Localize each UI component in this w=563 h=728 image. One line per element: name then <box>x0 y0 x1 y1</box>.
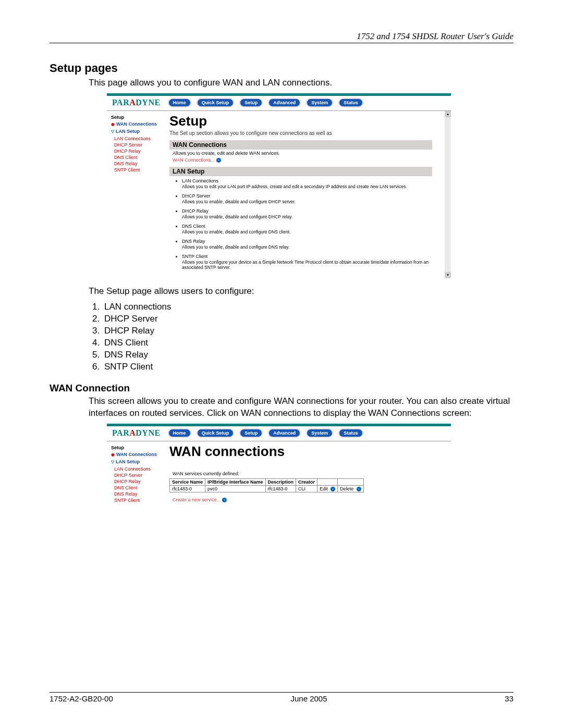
col-service-name: Service Name <box>170 478 205 485</box>
arrow-icon: › <box>357 487 361 491</box>
footer-doc-number: 1752-A2-GB20-00 <box>50 694 113 703</box>
setup-subtitle: The Set up section allows you to configu… <box>169 130 432 136</box>
screenshot-setup: PARADYNE Home Quick Setup Setup Advanced… <box>107 93 451 278</box>
footer-date: June 2005 <box>290 694 327 703</box>
sidebar-dns-client[interactable]: DNS Client <box>114 154 166 161</box>
list-item: SNTP ClientAllows you to configure your … <box>182 254 432 270</box>
paradyne-logo: PARADYNE <box>110 428 163 438</box>
scroll-up-icon[interactable]: ▴ <box>445 111 451 117</box>
sidebar-dns-relay[interactable]: DNS Relay <box>114 491 166 497</box>
delete-link[interactable]: Delete › <box>338 485 364 492</box>
col-description: Description <box>265 478 296 485</box>
list-item: LAN ConnectionsAllows you to edit your L… <box>182 178 432 189</box>
table-header-row: Service Name IP/Bridge Interface Name De… <box>170 478 364 485</box>
sidebar-sntp-client[interactable]: SNTP Client <box>114 167 166 173</box>
section1-intro: This page allows you to configure WAN an… <box>89 77 513 89</box>
sidebar-wan[interactable]: ◉WAN Connections <box>111 121 166 128</box>
sidebar-lan-connections[interactable]: LAN Connections <box>114 466 166 472</box>
sidebar: Setup ◉WAN Connections ▽LAN Setup LAN Co… <box>107 111 168 278</box>
scroll-down-icon[interactable]: ▾ <box>445 272 451 278</box>
page-title-setup: Setup <box>169 113 432 129</box>
edit-link[interactable]: Edit › <box>317 485 338 492</box>
band-wan-connections: WAN Connections <box>169 140 432 150</box>
list-item: DHCP Server <box>102 314 513 324</box>
sidebar-lan-connections[interactable]: LAN Connections <box>114 135 166 142</box>
nav-setup[interactable]: Setup <box>239 98 263 107</box>
sidebar-dhcp-server[interactable]: DHCP Server <box>114 472 166 478</box>
nav-home[interactable]: Home <box>168 428 191 438</box>
section-title-setup-pages: Setup pages <box>50 61 513 75</box>
create-service-link[interactable]: Create a new service...› <box>173 497 227 502</box>
doc-header: 1752 and 1754 SHDSL Router User's Guide <box>50 31 513 43</box>
cell-creator: CLI <box>296 485 317 492</box>
col-interface-name: IP/Bridge Interface Name <box>205 478 266 485</box>
sidebar-wan[interactable]: ◉WAN Connections <box>111 451 166 458</box>
app-topbar: PARADYNE Home Quick Setup Setup Advanced… <box>107 96 451 111</box>
nav-system[interactable]: System <box>306 428 333 438</box>
config-list: LAN connections DHCP Server DHCP Relay D… <box>89 302 513 372</box>
list-item: DNS Relay <box>102 350 513 360</box>
cell-interface-name: pvc0 <box>205 485 266 492</box>
list-item: DHCP ServerAllows you to enable, disable… <box>182 193 432 204</box>
cell-service-name: rfc1483-0 <box>170 485 205 492</box>
arrow-icon: › <box>222 498 227 502</box>
list-item: DNS ClientAllows you to enable, disable … <box>182 224 432 235</box>
sidebar-dhcp-server[interactable]: DHCP Server <box>114 142 166 148</box>
screenshot-wan-connections: PARADYNE Home Quick Setup Setup Advanced… <box>107 424 451 522</box>
list-item: DHCP RelayAllows you to enable, disable … <box>182 208 432 219</box>
page-title-wan-connections: WAN connections <box>169 443 438 460</box>
nav-advanced[interactable]: Advanced <box>268 428 301 438</box>
lan-setup-list: LAN ConnectionsAllows you to edit your L… <box>182 178 432 270</box>
col-creator: Creator <box>296 478 317 485</box>
arrow-icon: › <box>331 487 335 491</box>
arrow-icon: › <box>216 158 221 163</box>
list-item: DNS Client <box>102 338 513 348</box>
col-delete <box>338 478 364 485</box>
table-row: rfc1483-0 pvc0 rfc1483-0 CLI Edit › Dele… <box>170 485 364 492</box>
nav-quick-setup[interactable]: Quick Setup <box>197 428 235 438</box>
footer-page: 33 <box>505 694 513 703</box>
sidebar-dhcp-relay[interactable]: DHCP Relay <box>114 148 166 154</box>
sidebar-dns-client[interactable]: DNS Client <box>114 485 166 491</box>
sidebar-lan[interactable]: ▽LAN Setup <box>111 459 166 465</box>
nav-advanced[interactable]: Advanced <box>268 98 301 107</box>
section2-intro: This screen allows you to create and con… <box>89 396 513 419</box>
wan-defined-label: WAN services currently defined: <box>173 471 438 476</box>
list-item: DNS RelayAllows you to enable, disable a… <box>182 239 432 250</box>
cell-description: rfc1483-0 <box>265 485 296 492</box>
sidebar-lan[interactable]: ▽LAN Setup <box>111 128 166 135</box>
page-footer: 1752-A2-GB20-00 June 2005 33 <box>50 692 513 703</box>
sidebar-setup-label: Setup <box>111 445 166 451</box>
list-item: LAN connections <box>102 302 513 312</box>
sidebar-setup-label: Setup <box>111 114 166 120</box>
list-item: SNTP Client <box>102 362 513 372</box>
nav-home[interactable]: Home <box>168 98 191 107</box>
nav-setup[interactable]: Setup <box>239 428 263 438</box>
sidebar-dns-relay[interactable]: DNS Relay <box>114 161 166 167</box>
list-item: DHCP Relay <box>102 326 513 336</box>
wan-connections-link[interactable]: WAN Connections...› <box>173 157 221 163</box>
sidebar: Setup ◉WAN Connections ▽LAN Setup LAN Co… <box>107 441 168 522</box>
sidebar-sntp-client[interactable]: SNTP Client <box>114 497 166 503</box>
after-shot1-line: The Setup page allows users to configure… <box>89 286 513 298</box>
scrollbar[interactable]: ▴ ▾ <box>445 111 451 278</box>
nav-quick-setup[interactable]: Quick Setup <box>197 98 235 107</box>
paradyne-logo: PARADYNE <box>110 98 163 107</box>
wan-desc: Allows you to create, edit and delete WA… <box>173 151 432 156</box>
nav-system[interactable]: System <box>306 98 333 107</box>
col-edit <box>317 478 338 485</box>
nav-status[interactable]: Status <box>338 428 363 438</box>
band-lan-setup: LAN Setup <box>169 167 432 176</box>
app-topbar: PARADYNE Home Quick Setup Setup Advanced… <box>107 426 451 441</box>
section-title-wan-connection: WAN Connection <box>50 382 513 394</box>
wan-services-table: Service Name IP/Bridge Interface Name De… <box>169 478 364 492</box>
sidebar-dhcp-relay[interactable]: DHCP Relay <box>114 478 166 485</box>
nav-status[interactable]: Status <box>338 98 363 107</box>
